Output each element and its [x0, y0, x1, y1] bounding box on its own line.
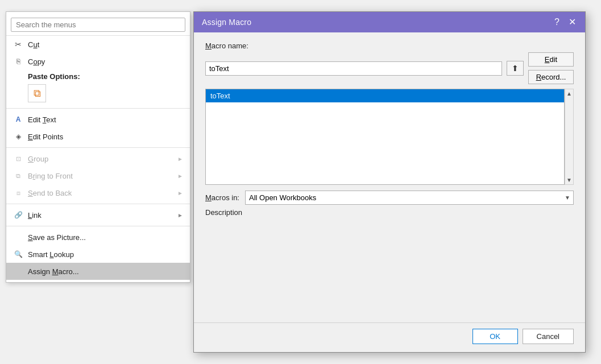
menu-item-save-as-picture[interactable]: Save as Picture...: [6, 229, 190, 246]
edit-points-label: Edit Points: [28, 133, 183, 141]
macros-in-select[interactable]: All Open Workbooks This Workbook: [245, 191, 574, 205]
assign-macro-label: Assign Macro...: [28, 267, 183, 276]
send-to-back-arrow: ►: [177, 190, 183, 196]
dialog-close-button[interactable]: ✕: [567, 18, 577, 27]
copy-label: Copy: [28, 57, 183, 66]
menu-item-assign-macro[interactable]: Assign Macro...: [6, 263, 190, 280]
macro-list-item-totext[interactable]: toText: [206, 89, 564, 102]
edit-points-icon: ◈: [12, 133, 24, 140]
scroll-up-arrow[interactable]: ▲: [566, 90, 572, 97]
edit-text-label: Edit Text: [28, 115, 183, 124]
send-to-back-label: Send to Back: [28, 189, 177, 197]
group-icon: ⊡: [12, 155, 24, 163]
edit-button[interactable]: Edit: [528, 52, 574, 67]
menu-item-link[interactable]: 🔗 Link ►: [6, 206, 190, 224]
copy-icon: ⎘: [12, 57, 24, 65]
description-label: Description: [205, 208, 574, 217]
link-label: Link: [28, 211, 177, 220]
record-button[interactable]: Record...: [528, 70, 574, 84]
macro-list-area: toText ▲ ▼: [205, 89, 574, 185]
group-arrow: ►: [177, 156, 183, 162]
menu-item-smart-lookup[interactable]: 🔍 Smart Lookup: [6, 246, 190, 263]
upload-icon: ⬆: [512, 64, 519, 73]
ok-button[interactable]: OK: [472, 329, 518, 344]
edit-text-icon: A: [12, 115, 24, 123]
paste-icons-row: ⧉: [6, 82, 190, 106]
paste-icon-1[interactable]: ⧉: [28, 84, 46, 102]
action-buttons: Edit Record...: [528, 52, 574, 84]
paste-options-label: Paste Options:: [6, 70, 190, 82]
macros-in-label: Macros in:: [205, 193, 239, 202]
paste-options-section: Paste Options: ⧉: [6, 70, 190, 106]
menu-item-bring-to-front[interactable]: ⧉ Bring to Front ►: [6, 167, 190, 184]
separator-4: [6, 226, 190, 226]
save-as-picture-label: Save as Picture...: [28, 233, 183, 242]
macro-name-row: ⬆ Edit Record...: [205, 52, 574, 84]
bring-to-front-arrow: ►: [177, 173, 183, 179]
send-to-back-icon: ⧈: [12, 189, 24, 197]
bring-to-front-icon: ⧉: [12, 172, 24, 180]
dialog-help-button[interactable]: ?: [553, 18, 561, 27]
macro-list-container: toText ▲ ▼: [205, 89, 574, 185]
cut-icon: ✂: [12, 40, 24, 49]
dialog-footer: OK Cancel: [194, 322, 585, 352]
menu-item-cut[interactable]: ✂ Cut: [6, 36, 190, 53]
link-icon: 🔗: [12, 211, 24, 219]
smart-lookup-icon: 🔍: [12, 250, 24, 258]
separator-3: [6, 204, 190, 204]
cut-label: Cut: [28, 40, 183, 49]
dialog-body: Macro name: ⬆ Edit Record... toText ▲ ▼: [194, 32, 585, 322]
dialog-title-controls: ? ✕: [553, 18, 577, 27]
menu-item-group[interactable]: ⊡ Group ►: [6, 150, 190, 167]
menu-item-edit-text[interactable]: A Edit Text: [6, 111, 190, 128]
macro-list[interactable]: toText: [205, 89, 565, 185]
smart-lookup-label: Smart Lookup: [28, 250, 183, 259]
link-arrow: ►: [177, 212, 183, 218]
separator-2: [6, 147, 190, 148]
search-box-wrap: [6, 14, 190, 36]
bring-to-front-label: Bring to Front: [28, 172, 177, 180]
dialog-titlebar: Assign Macro ? ✕: [194, 12, 585, 32]
scroll-down-arrow[interactable]: ▼: [566, 177, 572, 183]
menu-item-edit-points[interactable]: ◈ Edit Points: [6, 128, 190, 145]
search-input[interactable]: [11, 18, 185, 32]
menu-item-copy[interactable]: ⎘ Copy: [6, 53, 190, 70]
macros-in-row: Macros in: All Open Workbooks This Workb…: [205, 191, 574, 205]
macro-list-scrollbar: ▲ ▼: [565, 89, 574, 185]
macro-name-field-label: Macro name:: [205, 42, 574, 50]
dialog-title: Assign Macro: [202, 18, 251, 27]
menu-item-send-to-back[interactable]: ⧈ Send to Back ►: [6, 184, 190, 201]
upload-button[interactable]: ⬆: [507, 61, 524, 76]
separator-1: [6, 108, 190, 109]
context-menu: ✂ Cut ⎘ Copy Paste Options: ⧉ A Edit Tex…: [6, 11, 190, 283]
macros-in-select-wrap: All Open Workbooks This Workbook ▼: [245, 191, 574, 205]
assign-macro-dialog: Assign Macro ? ✕ Macro name: ⬆ Edit Reco…: [193, 11, 586, 353]
macro-name-input[interactable]: [205, 61, 502, 76]
cancel-button[interactable]: Cancel: [523, 329, 574, 344]
group-label: Group: [28, 155, 177, 163]
description-box: [205, 219, 574, 315]
